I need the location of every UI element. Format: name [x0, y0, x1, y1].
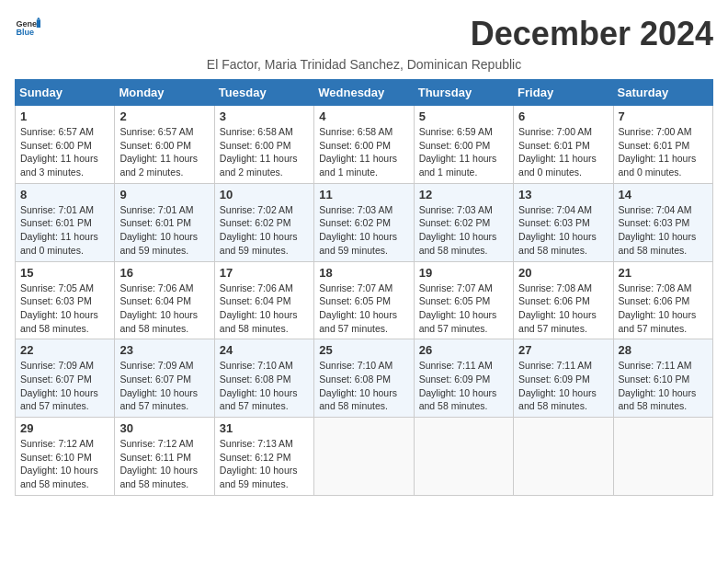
weekday-header-friday: Friday	[514, 80, 613, 106]
week-row-2: 15Sunrise: 7:05 AM Sunset: 6:03 PM Dayli…	[16, 261, 713, 339]
calendar-cell: 22Sunrise: 7:09 AM Sunset: 6:07 PM Dayli…	[16, 339, 115, 418]
day-number: 21	[619, 266, 708, 280]
weekday-header-wednesday: Wednesday	[314, 80, 414, 106]
day-info: Sunrise: 7:06 AM Sunset: 6:04 PM Dayligh…	[119, 282, 209, 336]
week-row-4: 29Sunrise: 7:12 AM Sunset: 6:10 PM Dayli…	[16, 418, 713, 496]
week-row-3: 22Sunrise: 7:09 AM Sunset: 6:07 PM Dayli…	[16, 339, 713, 418]
calendar-cell: 16Sunrise: 7:06 AM Sunset: 6:04 PM Dayli…	[115, 261, 214, 339]
weekday-header-row: SundayMondayTuesdayWednesdayThursdayFrid…	[16, 80, 713, 106]
day-info: Sunrise: 7:01 AM Sunset: 6:01 PM Dayligh…	[20, 203, 109, 258]
day-info: Sunrise: 7:06 AM Sunset: 6:04 PM Dayligh…	[220, 282, 309, 336]
day-info: Sunrise: 7:04 AM Sunset: 6:03 PM Dayligh…	[518, 203, 608, 258]
day-info: Sunrise: 7:12 AM Sunset: 6:11 PM Dayligh…	[119, 437, 209, 491]
day-info: Sunrise: 7:00 AM Sunset: 6:01 PM Dayligh…	[619, 125, 708, 179]
day-number: 31	[220, 421, 309, 435]
header: General Blue December 2024	[15, 15, 713, 53]
day-number: 16	[119, 266, 209, 280]
day-info: Sunrise: 7:00 AM Sunset: 6:01 PM Dayligh…	[518, 125, 608, 179]
calendar-cell: 3Sunrise: 6:58 AM Sunset: 6:00 PM Daylig…	[214, 106, 313, 184]
day-info: Sunrise: 6:59 AM Sunset: 6:00 PM Dayligh…	[419, 125, 508, 179]
day-number: 11	[319, 188, 408, 201]
day-info: Sunrise: 7:04 AM Sunset: 6:03 PM Dayligh…	[619, 203, 708, 258]
logo-icon: General Blue	[15, 15, 40, 40]
calendar-cell: 20Sunrise: 7:08 AM Sunset: 6:06 PM Dayli…	[514, 261, 613, 339]
calendar-cell: 18Sunrise: 7:07 AM Sunset: 6:05 PM Dayli…	[314, 261, 414, 339]
day-number: 19	[419, 266, 508, 280]
calendar-cell: 14Sunrise: 7:04 AM Sunset: 6:03 PM Dayli…	[613, 183, 712, 261]
day-number: 5	[419, 109, 508, 123]
day-info: Sunrise: 6:58 AM Sunset: 6:00 PM Dayligh…	[319, 125, 408, 179]
day-info: Sunrise: 7:03 AM Sunset: 6:02 PM Dayligh…	[419, 203, 508, 258]
day-number: 4	[319, 109, 408, 123]
weekday-header-saturday: Saturday	[613, 80, 712, 106]
day-number: 23	[119, 343, 209, 357]
calendar-cell: 21Sunrise: 7:08 AM Sunset: 6:06 PM Dayli…	[613, 261, 712, 339]
calendar-cell: 10Sunrise: 7:02 AM Sunset: 6:02 PM Dayli…	[214, 183, 313, 261]
day-number: 15	[20, 266, 109, 280]
week-row-0: 1Sunrise: 6:57 AM Sunset: 6:00 PM Daylig…	[16, 106, 713, 184]
calendar-cell: 5Sunrise: 6:59 AM Sunset: 6:00 PM Daylig…	[414, 106, 513, 184]
day-info: Sunrise: 7:02 AM Sunset: 6:02 PM Dayligh…	[220, 203, 309, 258]
day-number: 12	[419, 188, 508, 201]
calendar-cell: 1Sunrise: 6:57 AM Sunset: 6:00 PM Daylig…	[16, 106, 115, 184]
day-number: 6	[518, 109, 608, 123]
calendar-cell	[314, 418, 414, 496]
calendar-cell: 30Sunrise: 7:12 AM Sunset: 6:11 PM Dayli…	[115, 418, 214, 496]
day-info: Sunrise: 7:07 AM Sunset: 6:05 PM Dayligh…	[319, 282, 408, 336]
day-info: Sunrise: 6:57 AM Sunset: 6:00 PM Dayligh…	[20, 125, 109, 179]
calendar-cell	[613, 418, 712, 496]
calendar-cell: 19Sunrise: 7:07 AM Sunset: 6:05 PM Dayli…	[414, 261, 513, 339]
day-number: 26	[419, 343, 508, 357]
day-info: Sunrise: 7:11 AM Sunset: 6:09 PM Dayligh…	[518, 359, 608, 413]
calendar-cell: 25Sunrise: 7:10 AM Sunset: 6:08 PM Dayli…	[314, 339, 414, 418]
day-number: 30	[119, 421, 209, 435]
day-number: 17	[220, 266, 309, 280]
calendar-cell: 13Sunrise: 7:04 AM Sunset: 6:03 PM Dayli…	[514, 183, 613, 261]
title-area: December 2024	[471, 15, 713, 53]
calendar-cell: 28Sunrise: 7:11 AM Sunset: 6:10 PM Dayli…	[613, 339, 712, 418]
day-info: Sunrise: 7:12 AM Sunset: 6:10 PM Dayligh…	[20, 437, 109, 491]
calendar-cell: 31Sunrise: 7:13 AM Sunset: 6:12 PM Dayli…	[214, 418, 313, 496]
week-row-1: 8Sunrise: 7:01 AM Sunset: 6:01 PM Daylig…	[16, 183, 713, 261]
day-info: Sunrise: 7:13 AM Sunset: 6:12 PM Dayligh…	[220, 437, 309, 491]
day-number: 18	[319, 266, 408, 280]
day-number: 8	[20, 188, 109, 201]
calendar-cell: 17Sunrise: 7:06 AM Sunset: 6:04 PM Dayli…	[214, 261, 313, 339]
calendar-cell: 8Sunrise: 7:01 AM Sunset: 6:01 PM Daylig…	[16, 183, 115, 261]
day-number: 28	[619, 343, 708, 357]
day-number: 24	[220, 343, 309, 357]
day-info: Sunrise: 7:10 AM Sunset: 6:08 PM Dayligh…	[220, 359, 309, 413]
calendar-cell: 15Sunrise: 7:05 AM Sunset: 6:03 PM Dayli…	[16, 261, 115, 339]
day-info: Sunrise: 6:58 AM Sunset: 6:00 PM Dayligh…	[220, 125, 309, 179]
day-number: 27	[518, 343, 608, 357]
calendar-cell: 11Sunrise: 7:03 AM Sunset: 6:02 PM Dayli…	[314, 183, 414, 261]
calendar-cell: 23Sunrise: 7:09 AM Sunset: 6:07 PM Dayli…	[115, 339, 214, 418]
calendar-cell	[414, 418, 513, 496]
calendar-cell: 24Sunrise: 7:10 AM Sunset: 6:08 PM Dayli…	[214, 339, 313, 418]
calendar-cell: 12Sunrise: 7:03 AM Sunset: 6:02 PM Dayli…	[414, 183, 513, 261]
day-info: Sunrise: 7:11 AM Sunset: 6:09 PM Dayligh…	[419, 359, 508, 413]
calendar-cell: 29Sunrise: 7:12 AM Sunset: 6:10 PM Dayli…	[16, 418, 115, 496]
calendar-cell: 4Sunrise: 6:58 AM Sunset: 6:00 PM Daylig…	[314, 106, 414, 184]
day-info: Sunrise: 7:10 AM Sunset: 6:08 PM Dayligh…	[319, 359, 408, 413]
day-number: 25	[319, 343, 408, 357]
day-info: Sunrise: 7:09 AM Sunset: 6:07 PM Dayligh…	[119, 359, 209, 413]
weekday-header-sunday: Sunday	[16, 80, 115, 106]
weekday-header-monday: Monday	[115, 80, 214, 106]
svg-text:Blue: Blue	[16, 28, 34, 37]
calendar-cell: 6Sunrise: 7:00 AM Sunset: 6:01 PM Daylig…	[514, 106, 613, 184]
day-number: 9	[119, 188, 209, 201]
logo: General Blue	[15, 15, 40, 40]
location-title: El Factor, Maria Trinidad Sanchez, Domin…	[15, 57, 713, 72]
day-info: Sunrise: 7:03 AM Sunset: 6:02 PM Dayligh…	[319, 203, 408, 258]
day-number: 7	[619, 109, 708, 123]
calendar-body: 1Sunrise: 6:57 AM Sunset: 6:00 PM Daylig…	[16, 106, 713, 496]
day-number: 20	[518, 266, 608, 280]
calendar-cell: 7Sunrise: 7:00 AM Sunset: 6:01 PM Daylig…	[613, 106, 712, 184]
day-number: 14	[619, 188, 708, 201]
calendar-cell: 9Sunrise: 7:01 AM Sunset: 6:01 PM Daylig…	[115, 183, 214, 261]
day-number: 13	[518, 188, 608, 201]
day-info: Sunrise: 7:11 AM Sunset: 6:10 PM Dayligh…	[619, 359, 708, 413]
day-number: 1	[20, 109, 109, 123]
weekday-header-tuesday: Tuesday	[214, 80, 313, 106]
